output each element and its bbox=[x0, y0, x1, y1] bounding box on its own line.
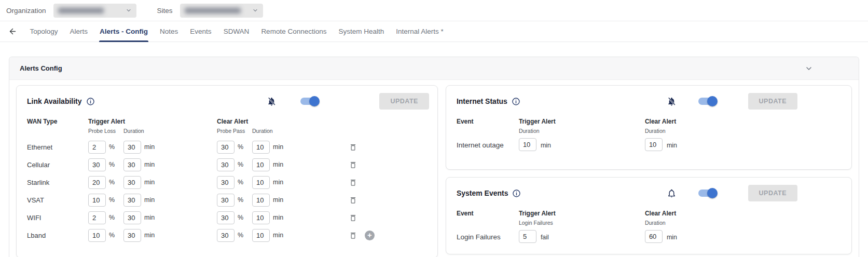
info-icon[interactable] bbox=[86, 97, 95, 106]
delete-icon[interactable] bbox=[349, 160, 357, 169]
tab-system-health[interactable]: System Health bbox=[338, 21, 384, 42]
organization-select[interactable] bbox=[53, 4, 136, 18]
bell-icon[interactable] bbox=[667, 188, 677, 198]
table-row: VSAT % min % min + bbox=[27, 191, 427, 209]
probe-pass-input[interactable] bbox=[217, 211, 235, 224]
alerts-config-panel-header[interactable]: Alerts Config bbox=[9, 57, 859, 80]
sites-select[interactable] bbox=[180, 4, 263, 18]
clear-duration-input[interactable] bbox=[252, 141, 270, 154]
trigger-duration-input[interactable] bbox=[123, 229, 141, 242]
back-arrow-icon[interactable] bbox=[5, 24, 20, 39]
probe-loss-input[interactable] bbox=[88, 194, 106, 207]
subcol-duration: Duration bbox=[123, 128, 144, 134]
clear-duration-input[interactable] bbox=[645, 230, 663, 243]
enable-toggle[interactable] bbox=[698, 190, 716, 197]
trigger-duration-input[interactable] bbox=[123, 158, 141, 171]
table-row: Starlink % min % min + bbox=[27, 173, 427, 191]
right-column: Internet Status UPDATE Event Trigger Ale… bbox=[446, 85, 852, 254]
sites-label: Sites bbox=[157, 7, 173, 15]
update-button[interactable]: UPDATE bbox=[748, 93, 797, 110]
subcol-duration: Duration bbox=[519, 128, 540, 134]
trigger-duration-input[interactable] bbox=[123, 141, 141, 154]
wan-type-label: Starlink bbox=[27, 179, 88, 186]
subcol-probe-loss: Probe Loss bbox=[88, 128, 116, 134]
delete-icon[interactable] bbox=[349, 143, 357, 152]
probe-pass-input[interactable] bbox=[217, 176, 235, 189]
percent-unit: % bbox=[109, 143, 121, 151]
trigger-duration-input[interactable] bbox=[519, 138, 536, 151]
add-row-icon[interactable]: + bbox=[365, 231, 375, 240]
probe-loss-input[interactable] bbox=[88, 176, 106, 189]
probe-loss-input[interactable] bbox=[88, 141, 106, 154]
sites-value-redacted bbox=[185, 8, 241, 13]
trigger-duration-input[interactable] bbox=[123, 194, 141, 207]
clear-duration-input[interactable] bbox=[252, 194, 270, 207]
minutes-unit: min bbox=[273, 161, 285, 168]
tab-alerts[interactable]: Alerts bbox=[70, 21, 89, 42]
bell-off-icon[interactable] bbox=[267, 97, 277, 106]
tab-sdwan[interactable]: SDWAN bbox=[223, 21, 250, 42]
table-row: WIFI % min % min + bbox=[27, 209, 427, 226]
clear-duration-input[interactable] bbox=[645, 138, 663, 151]
percent-unit: % bbox=[109, 179, 121, 186]
tab-topology[interactable]: Topology bbox=[30, 21, 59, 42]
wan-type-label: Ethernet bbox=[27, 143, 88, 151]
top-bar: Organization Sites bbox=[0, 0, 868, 21]
tab-alerts-config[interactable]: Alerts - Config bbox=[99, 21, 148, 42]
wan-type-label: Lband bbox=[27, 232, 88, 239]
probe-loss-input[interactable] bbox=[88, 211, 106, 224]
system-events-table: Event Trigger Alert Clear Alert Login Fa… bbox=[446, 205, 851, 254]
login-failures-input[interactable] bbox=[519, 230, 536, 243]
internet-status-table: Event Trigger Alert Clear Alert Duration… bbox=[446, 113, 851, 169]
clear-duration-input[interactable] bbox=[252, 211, 270, 224]
minutes-unit: min bbox=[144, 143, 157, 151]
bell-off-icon[interactable] bbox=[667, 97, 677, 106]
trigger-duration-input[interactable] bbox=[123, 176, 141, 189]
internet-status-card: Internet Status UPDATE Event Trigger Ale… bbox=[446, 85, 852, 170]
clear-duration-input[interactable] bbox=[252, 229, 270, 242]
card-title: Link Availability bbox=[27, 97, 82, 105]
minutes-unit: min bbox=[273, 179, 285, 186]
delete-icon[interactable] bbox=[349, 231, 357, 240]
event-label: Login Failures bbox=[457, 233, 501, 241]
trigger-duration-input[interactable] bbox=[123, 211, 141, 224]
minutes-unit: min bbox=[144, 161, 157, 168]
wan-type-label: WIFI bbox=[27, 214, 88, 222]
alerts-config-panel: Alerts Config Link Availability UPDATE W… bbox=[9, 57, 859, 257]
subcol-duration: Duration bbox=[645, 128, 666, 134]
col-trigger-alert: Trigger Alert bbox=[519, 210, 556, 217]
enable-toggle[interactable] bbox=[300, 98, 318, 105]
table-header: Event Trigger Alert Clear Alert Login Fa… bbox=[457, 209, 841, 230]
clear-duration-input[interactable] bbox=[252, 176, 270, 189]
info-icon[interactable] bbox=[512, 189, 521, 198]
organization-label: Organization bbox=[6, 7, 46, 15]
delete-icon[interactable] bbox=[349, 213, 357, 222]
update-button[interactable]: UPDATE bbox=[379, 93, 429, 110]
update-button[interactable]: UPDATE bbox=[748, 185, 797, 201]
table-row: Internet outage min min bbox=[457, 138, 841, 154]
probe-pass-input[interactable] bbox=[217, 194, 235, 207]
enable-toggle[interactable] bbox=[698, 98, 716, 105]
event-label: Internet outage bbox=[457, 141, 504, 149]
site-tabs: Topology Alerts Alerts - Config Notes Ev… bbox=[0, 21, 868, 42]
link-availability-header: Link Availability UPDATE bbox=[17, 86, 437, 113]
col-trigger-alert: Trigger Alert bbox=[519, 118, 556, 125]
delete-icon[interactable] bbox=[349, 178, 357, 187]
subcol-login-failures: Login Failures bbox=[519, 220, 553, 226]
tab-internal-alerts[interactable]: Internal Alerts * bbox=[395, 21, 444, 42]
probe-loss-input[interactable] bbox=[88, 229, 106, 242]
tab-remote-connections[interactable]: Remote Connections bbox=[260, 21, 327, 42]
info-icon[interactable] bbox=[512, 97, 520, 106]
col-event: Event bbox=[457, 210, 474, 217]
delete-icon[interactable] bbox=[349, 196, 357, 205]
probe-loss-input[interactable] bbox=[88, 158, 106, 171]
probe-pass-input[interactable] bbox=[217, 141, 235, 154]
probe-pass-input[interactable] bbox=[217, 158, 235, 171]
clear-duration-input[interactable] bbox=[252, 158, 270, 171]
subcol-duration: Duration bbox=[252, 128, 273, 134]
probe-pass-input[interactable] bbox=[217, 229, 235, 242]
tab-events[interactable]: Events bbox=[189, 21, 212, 42]
collapse-chevron-icon[interactable] bbox=[805, 64, 813, 73]
table-row: Ethernet % min % min + bbox=[27, 138, 427, 156]
tab-notes[interactable]: Notes bbox=[159, 21, 178, 42]
